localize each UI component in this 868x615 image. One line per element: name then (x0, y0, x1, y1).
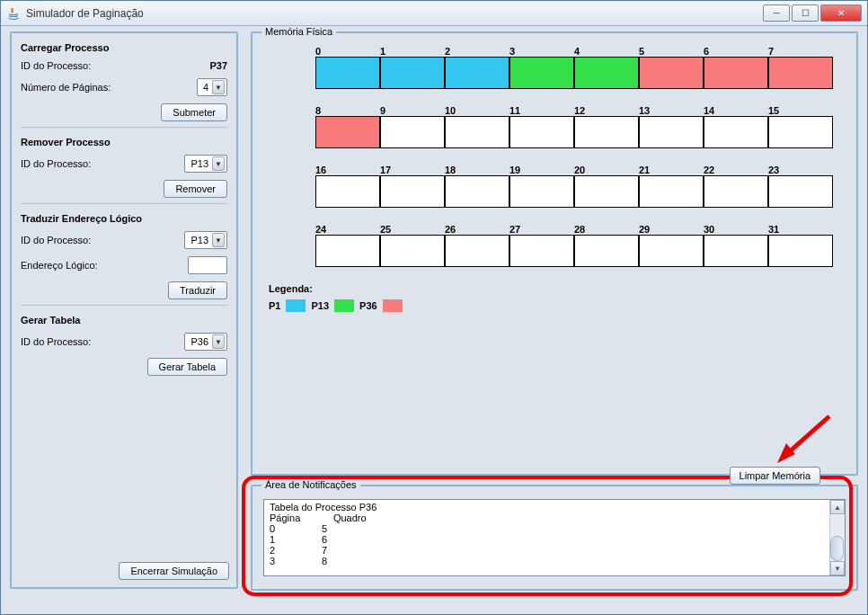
frame-label: 25 (380, 224, 445, 235)
legend-label-p1: P1 (269, 300, 280, 311)
memory-frame (768, 116, 833, 148)
frame-label: 6 (704, 46, 768, 57)
remove-section-title: Remover Processo (21, 137, 227, 147)
remove-select[interactable]: P13 ▼ (184, 155, 227, 173)
table-select-value: P36 (190, 336, 208, 347)
frame-label: 23 (768, 165, 833, 175)
notif-header: Tabela do Processo P36 (270, 502, 839, 512)
memory-frame (315, 116, 380, 148)
frame-label: 22 (704, 165, 768, 175)
memory-frame (574, 116, 639, 148)
legend-label-p13: P13 (311, 300, 329, 311)
memory-frame (509, 57, 574, 89)
scrollbar[interactable]: ▲ ▼ (829, 500, 845, 575)
generate-table-button[interactable]: Gerar Tabela (147, 358, 227, 376)
memory-frame (574, 175, 639, 208)
minimize-button[interactable]: ─ (763, 4, 790, 22)
scroll-down-icon[interactable]: ▼ (830, 561, 845, 575)
frame-label: 10 (445, 105, 509, 116)
content-area: Carregar Processo ID do Processo: P37 Nú… (10, 31, 858, 605)
frame-label: 7 (768, 46, 833, 57)
titlebar: Simulador de Paginação ─ ☐ ✕ (1, 1, 867, 26)
chevron-down-icon: ▼ (212, 233, 225, 247)
notif-row: 2 7 (270, 545, 839, 556)
divider (21, 305, 227, 306)
legend-title: Legenda: (269, 283, 840, 294)
divider (21, 127, 227, 128)
notifications-panel: Área de Notificações Tabela do Processo … (251, 485, 858, 591)
memory-frame (574, 57, 639, 89)
end-simulation-button[interactable]: Encerrar Simulação (119, 562, 229, 580)
memory-frame (445, 116, 509, 148)
memory-frame (704, 57, 768, 89)
java-icon (6, 6, 21, 21)
frame-label: 21 (639, 165, 704, 175)
scroll-up-icon[interactable]: ▲ (830, 500, 845, 514)
swatch-p36 (383, 299, 403, 312)
notif-columns: Página Quadro (270, 512, 839, 523)
frame-label: 4 (574, 46, 639, 57)
memory-frame (380, 116, 445, 148)
window-controls: ─ ☐ ✕ (763, 4, 862, 22)
memory-frame (704, 116, 768, 148)
memory-frame (704, 175, 768, 208)
translate-id-label: ID do Processo: (21, 235, 91, 245)
frame-label: 19 (509, 165, 574, 175)
scroll-thumb[interactable] (830, 536, 844, 561)
load-id-label: ID do Processo: (21, 60, 91, 71)
memory-frame (315, 57, 380, 89)
frame-label: 29 (639, 224, 704, 235)
memory-frame (315, 175, 380, 208)
table-select[interactable]: P36 ▼ (184, 333, 227, 351)
window-title: Simulador de Paginação (26, 7, 763, 20)
swatch-p1 (286, 299, 306, 312)
notifications-textarea[interactable]: Tabela do Processo P36 Página Quadro 0 5… (263, 499, 846, 576)
frame-label: 31 (768, 224, 833, 235)
pages-select-value: 4 (203, 82, 208, 93)
frame-label: 8 (315, 105, 380, 116)
frame-label: 27 (509, 224, 574, 235)
memory-frame (704, 235, 768, 267)
notif-row: 1 6 (270, 534, 839, 545)
remove-select-value: P13 (190, 158, 208, 169)
frame-label: 16 (315, 165, 380, 175)
chevron-down-icon: ▼ (212, 334, 225, 349)
memory-frame (380, 235, 445, 267)
logical-address-input[interactable] (188, 256, 227, 274)
clear-memory-button[interactable]: Limpar Memória (730, 467, 820, 485)
frame-label: 12 (574, 105, 639, 116)
memory-frame (639, 116, 704, 148)
submit-button[interactable]: Submeter (161, 103, 227, 121)
memory-frame (639, 57, 704, 89)
memory-frame (768, 57, 833, 89)
maximize-button[interactable]: ☐ (792, 4, 819, 22)
frame-label: 14 (704, 105, 768, 116)
translate-button[interactable]: Traduzir (168, 281, 227, 299)
remove-button[interactable]: Remover (164, 180, 227, 198)
left-panel: Carregar Processo ID do Processo: P37 Nú… (10, 31, 238, 589)
load-id-value: P37 (209, 60, 227, 71)
memory-frame (445, 175, 509, 208)
memory-frame (380, 57, 445, 89)
memory-panel-title: Memória Física (261, 26, 336, 37)
frame-label: 20 (574, 165, 639, 175)
table-id-label: ID do Processo: (21, 336, 91, 347)
translate-select[interactable]: P13 ▼ (184, 231, 227, 249)
memory-frame (445, 57, 509, 89)
frame-label: 24 (315, 224, 380, 235)
memory-panel: Memória Física 0123456789101112131415161… (251, 31, 858, 476)
memory-frame (509, 116, 574, 148)
memory-frame (639, 235, 704, 267)
notif-row: 3 8 (270, 556, 839, 566)
frame-label: 0 (315, 46, 380, 57)
pages-select[interactable]: 4 ▼ (197, 78, 227, 96)
translate-addr-label: Endereço Lógico: (21, 260, 98, 271)
frame-label: 9 (380, 105, 445, 116)
frame-label: 11 (509, 105, 574, 116)
frame-label: 18 (445, 165, 509, 175)
app-window: Simulador de Paginação ─ ☐ ✕ Carregar Pr… (0, 0, 868, 615)
close-button[interactable]: ✕ (820, 4, 862, 22)
frame-label: 28 (574, 224, 639, 235)
load-section-title: Carregar Processo (21, 42, 227, 53)
notif-rows: 0 51 62 73 8 (270, 523, 839, 566)
